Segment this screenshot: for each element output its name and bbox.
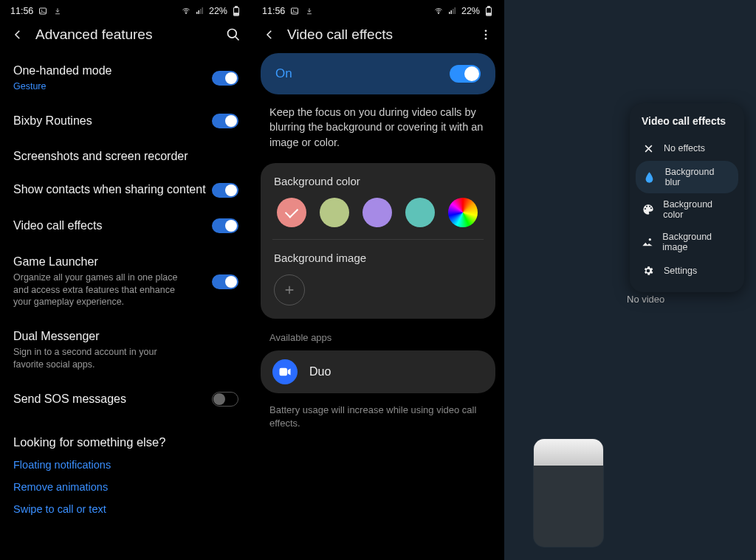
svg-rect-20 bbox=[487, 13, 491, 15]
battery-icon bbox=[231, 6, 241, 16]
status-bar: 11:56 22% bbox=[0, 0, 252, 22]
svg-point-12 bbox=[293, 10, 295, 11]
setting-video-call-effects[interactable]: Video call effects bbox=[13, 208, 238, 244]
svg-rect-24 bbox=[280, 368, 288, 376]
battery-icon bbox=[484, 6, 494, 16]
link-remove-animations[interactable]: Remove animations bbox=[13, 476, 238, 498]
popup-item-settings[interactable]: Settings bbox=[630, 258, 744, 283]
link-swipe-call-text[interactable]: Swipe to call or text bbox=[13, 498, 238, 520]
svg-rect-8 bbox=[236, 7, 238, 7]
popup-title: Video call effects bbox=[630, 114, 744, 136]
svg-point-25 bbox=[649, 238, 651, 241]
popup-item-background-color[interactable]: Background color bbox=[630, 193, 744, 226]
setting-title: One-handed mode bbox=[13, 63, 206, 79]
popup-item-label: No effects bbox=[664, 143, 705, 153]
setting-show-contacts[interactable]: Show contacts when sharing content bbox=[13, 172, 238, 208]
self-view-thumbnail[interactable] bbox=[534, 439, 603, 547]
toggle-video-call[interactable] bbox=[212, 218, 238, 233]
swatch-purple[interactable] bbox=[362, 198, 392, 227]
setting-title: Send SOS messages bbox=[13, 392, 206, 407]
divider bbox=[272, 239, 484, 240]
svg-point-22 bbox=[485, 34, 487, 36]
popup-item-label: Background image bbox=[662, 232, 732, 252]
svg-rect-3 bbox=[196, 12, 198, 14]
advanced-features-screen: 11:56 22% Advanced features bbox=[0, 0, 252, 560]
svg-point-13 bbox=[438, 13, 439, 13]
link-floating-notifications[interactable]: Floating notifications bbox=[13, 454, 238, 476]
download-icon bbox=[52, 6, 63, 16]
setting-title: Bixby Routines bbox=[13, 114, 206, 129]
video-effects-popup: Video call effects No effects Background… bbox=[630, 103, 744, 292]
svg-rect-4 bbox=[198, 10, 199, 14]
add-image-button[interactable] bbox=[274, 274, 305, 305]
toggle-bixby[interactable] bbox=[212, 114, 238, 128]
palette-icon bbox=[642, 203, 654, 216]
setting-screenshots-recorder[interactable]: Screenshots and screen recorder bbox=[13, 139, 238, 172]
header: Video call effects bbox=[252, 22, 504, 53]
image-icon bbox=[642, 235, 653, 249]
video-call-effects-screen: 11:56 22% Video call effects bbox=[252, 0, 504, 560]
setting-one-handed-mode[interactable]: One-handed mode Gesture bbox=[13, 53, 238, 103]
toggle-contacts[interactable] bbox=[212, 183, 238, 198]
swatch-olive[interactable] bbox=[320, 198, 349, 227]
app-duo[interactable]: Duo bbox=[261, 350, 495, 393]
svg-rect-19 bbox=[488, 7, 490, 7]
page-title: Video call effects bbox=[287, 27, 467, 43]
setting-title: Dual Messenger bbox=[13, 329, 238, 345]
gear-icon bbox=[642, 264, 655, 277]
color-swatches bbox=[274, 198, 482, 239]
looking-for-heading: Looking for something else? bbox=[13, 418, 238, 454]
setting-title: Video call effects bbox=[13, 218, 206, 234]
svg-rect-16 bbox=[453, 9, 454, 14]
app-name: Duo bbox=[309, 365, 331, 378]
bg-image-label: Background image bbox=[274, 252, 482, 264]
master-toggle-card[interactable]: On bbox=[261, 53, 495, 94]
svg-rect-9 bbox=[235, 13, 238, 15]
status-time: 11:56 bbox=[10, 6, 33, 16]
master-toggle[interactable] bbox=[450, 65, 481, 83]
swatch-pink[interactable] bbox=[277, 198, 306, 227]
svg-rect-5 bbox=[200, 9, 202, 14]
toggle-one-handed[interactable] bbox=[212, 71, 238, 86]
popup-item-label: Settings bbox=[664, 266, 697, 276]
feature-description: Keep the focus on you during video calls… bbox=[252, 94, 504, 163]
header: Advanced features bbox=[0, 22, 252, 53]
status-battery-text: 22% bbox=[209, 6, 227, 16]
popup-item-label: Background blur bbox=[665, 167, 731, 187]
search-icon[interactable] bbox=[225, 27, 241, 43]
toggle-game-launcher[interactable] bbox=[212, 274, 238, 289]
popup-item-no-effects[interactable]: No effects bbox=[630, 136, 744, 161]
status-bar: 11:56 22% bbox=[252, 0, 504, 22]
image-icon bbox=[289, 6, 300, 16]
svg-point-10 bbox=[228, 30, 237, 38]
setting-title: Game Launcher bbox=[13, 255, 206, 270]
setting-title: Screenshots and screen recorder bbox=[13, 149, 238, 165]
download-icon bbox=[304, 6, 315, 16]
setting-game-launcher[interactable]: Game Launcher Organize all your games al… bbox=[13, 244, 238, 319]
popup-item-background-blur[interactable]: Background blur bbox=[636, 161, 738, 193]
toggle-sos[interactable] bbox=[212, 392, 238, 407]
svg-point-1 bbox=[41, 10, 43, 11]
wifi-icon bbox=[181, 6, 191, 16]
no-video-label: No video bbox=[627, 294, 664, 305]
call-overlay-screen: No video Video call effects No effects B… bbox=[504, 0, 756, 560]
setting-subtitle: Organize all your games all in one place… bbox=[13, 272, 183, 309]
status-battery-text: 22% bbox=[461, 6, 480, 16]
available-apps-label: Available apps bbox=[252, 319, 504, 350]
svg-point-2 bbox=[185, 13, 186, 13]
status-time: 11:56 bbox=[262, 6, 285, 16]
setting-sos[interactable]: Send SOS messages bbox=[13, 381, 238, 418]
close-icon bbox=[642, 142, 655, 155]
swatch-teal[interactable] bbox=[405, 198, 435, 227]
svg-rect-14 bbox=[449, 12, 450, 14]
back-icon[interactable] bbox=[10, 27, 25, 42]
setting-subtitle: Gesture bbox=[13, 80, 183, 93]
svg-rect-17 bbox=[454, 7, 456, 14]
more-icon[interactable] bbox=[478, 27, 494, 43]
setting-dual-messenger[interactable]: Dual Messenger Sign in to a second accou… bbox=[13, 319, 238, 381]
setting-bixby-routines[interactable]: Bixby Routines bbox=[13, 103, 238, 139]
swatch-rainbow[interactable] bbox=[448, 198, 478, 227]
popup-item-background-image[interactable]: Background image bbox=[630, 226, 744, 258]
wifi-icon bbox=[433, 6, 444, 16]
back-icon[interactable] bbox=[262, 27, 277, 42]
